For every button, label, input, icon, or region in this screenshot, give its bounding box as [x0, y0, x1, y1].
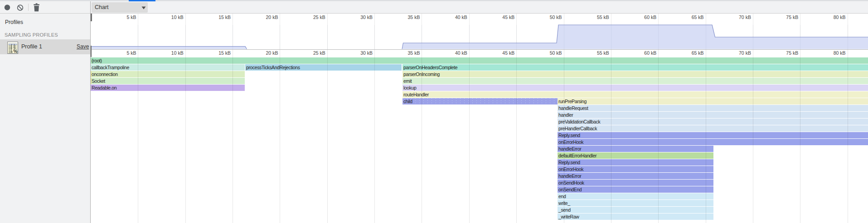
svg-text:%: %	[14, 49, 18, 54]
